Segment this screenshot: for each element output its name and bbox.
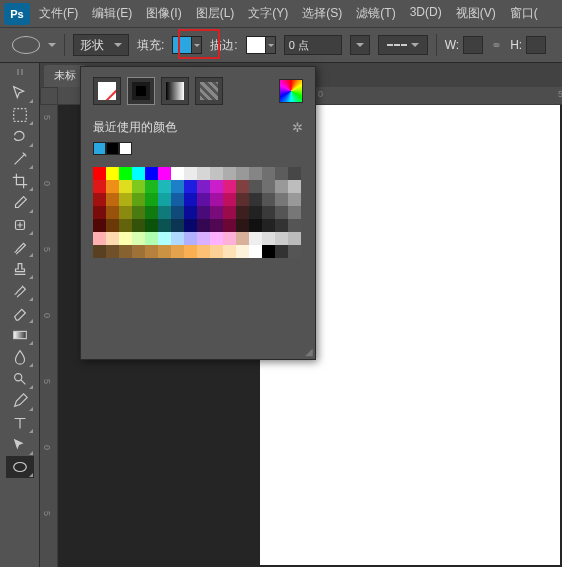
color-swatch[interactable]	[132, 180, 145, 193]
crop-tool[interactable]	[6, 170, 34, 192]
color-swatch[interactable]	[119, 180, 132, 193]
color-swatch[interactable]	[288, 180, 301, 193]
color-swatch[interactable]	[223, 193, 236, 206]
fill-swatch-button[interactable]	[172, 36, 202, 54]
color-swatch[interactable]	[132, 245, 145, 258]
color-swatch[interactable]	[145, 193, 158, 206]
color-swatch[interactable]	[223, 232, 236, 245]
color-swatch[interactable]	[236, 232, 249, 245]
color-swatch[interactable]	[197, 193, 210, 206]
stroke-swatch-button[interactable]	[246, 36, 276, 54]
color-swatch[interactable]	[145, 219, 158, 232]
color-swatch[interactable]	[223, 245, 236, 258]
menu-item[interactable]: 编辑(E)	[85, 1, 139, 26]
color-swatch[interactable]	[106, 245, 119, 258]
color-swatch[interactable]	[249, 167, 262, 180]
lasso-tool[interactable]	[6, 126, 34, 148]
color-swatch[interactable]	[171, 206, 184, 219]
color-swatch[interactable]	[93, 180, 106, 193]
menu-item[interactable]: 3D(D)	[403, 1, 449, 26]
color-swatch[interactable]	[158, 245, 171, 258]
height-input[interactable]	[526, 36, 546, 54]
color-swatch[interactable]	[158, 232, 171, 245]
color-swatch[interactable]	[158, 206, 171, 219]
color-swatch[interactable]	[132, 206, 145, 219]
color-swatch[interactable]	[171, 219, 184, 232]
fill-gradient-button[interactable]	[161, 77, 189, 105]
color-swatch[interactable]	[93, 245, 106, 258]
blur-tool[interactable]	[6, 346, 34, 368]
width-input[interactable]	[463, 36, 483, 54]
menu-item[interactable]: 文字(Y)	[241, 1, 295, 26]
menu-item[interactable]: 选择(S)	[295, 1, 349, 26]
color-swatch[interactable]	[262, 245, 275, 258]
color-swatch[interactable]	[197, 180, 210, 193]
color-swatch[interactable]	[197, 219, 210, 232]
color-swatch[interactable]	[275, 245, 288, 258]
eraser-tool[interactable]	[6, 302, 34, 324]
color-swatch[interactable]	[262, 167, 275, 180]
color-swatch[interactable]	[132, 193, 145, 206]
color-swatch[interactable]	[288, 167, 301, 180]
color-swatch[interactable]	[184, 167, 197, 180]
color-swatch[interactable]	[145, 245, 158, 258]
color-swatch[interactable]	[119, 245, 132, 258]
color-swatch[interactable]	[119, 206, 132, 219]
color-swatch[interactable]	[210, 232, 223, 245]
color-swatch[interactable]	[262, 193, 275, 206]
stroke-dash-button[interactable]	[378, 35, 428, 55]
color-swatch[interactable]	[262, 219, 275, 232]
menu-item[interactable]: 文件(F)	[32, 1, 85, 26]
color-swatch[interactable]	[197, 167, 210, 180]
color-swatch[interactable]	[275, 206, 288, 219]
menu-item[interactable]: 滤镜(T)	[349, 1, 402, 26]
color-swatch[interactable]	[262, 232, 275, 245]
color-swatch[interactable]	[210, 167, 223, 180]
color-swatch[interactable]	[275, 193, 288, 206]
ruler-origin[interactable]	[40, 87, 58, 105]
color-swatch[interactable]	[184, 219, 197, 232]
marquee-tool[interactable]	[6, 104, 34, 126]
color-swatch[interactable]	[106, 180, 119, 193]
color-swatch[interactable]	[171, 180, 184, 193]
color-swatch[interactable]	[236, 180, 249, 193]
color-swatch[interactable]	[210, 219, 223, 232]
color-swatch[interactable]	[236, 245, 249, 258]
color-swatch[interactable]	[288, 193, 301, 206]
color-swatch[interactable]	[262, 180, 275, 193]
color-swatch[interactable]	[93, 232, 106, 245]
color-swatch[interactable]	[210, 180, 223, 193]
link-icon[interactable]: ⚭	[491, 38, 502, 53]
color-swatch[interactable]	[171, 167, 184, 180]
color-swatch[interactable]	[145, 206, 158, 219]
color-picker-button[interactable]	[279, 79, 303, 103]
color-swatch[interactable]	[184, 232, 197, 245]
color-swatch[interactable]	[223, 180, 236, 193]
stamp-tool[interactable]	[6, 258, 34, 280]
menu-item[interactable]: 图层(L)	[189, 1, 242, 26]
color-swatch[interactable]	[106, 193, 119, 206]
stroke-options-dropdown[interactable]	[350, 35, 370, 55]
color-swatch[interactable]	[184, 206, 197, 219]
recent-swatch[interactable]	[119, 142, 132, 155]
color-swatch[interactable]	[288, 245, 301, 258]
heal-tool[interactable]	[6, 214, 34, 236]
recent-swatch[interactable]	[93, 142, 106, 155]
color-swatch[interactable]	[132, 167, 145, 180]
color-swatch[interactable]	[262, 206, 275, 219]
color-swatch[interactable]	[249, 219, 262, 232]
color-swatch[interactable]	[119, 232, 132, 245]
color-swatch[interactable]	[249, 193, 262, 206]
color-swatch[interactable]	[158, 180, 171, 193]
color-swatch[interactable]	[197, 206, 210, 219]
color-swatch[interactable]	[145, 232, 158, 245]
color-swatch[interactable]	[158, 167, 171, 180]
color-swatch[interactable]	[145, 167, 158, 180]
color-swatch[interactable]	[236, 167, 249, 180]
move-tool[interactable]	[6, 82, 34, 104]
color-swatch[interactable]	[106, 206, 119, 219]
color-swatch[interactable]	[249, 206, 262, 219]
brush-tool[interactable]	[6, 236, 34, 258]
color-swatch[interactable]	[210, 193, 223, 206]
color-swatch[interactable]	[106, 167, 119, 180]
